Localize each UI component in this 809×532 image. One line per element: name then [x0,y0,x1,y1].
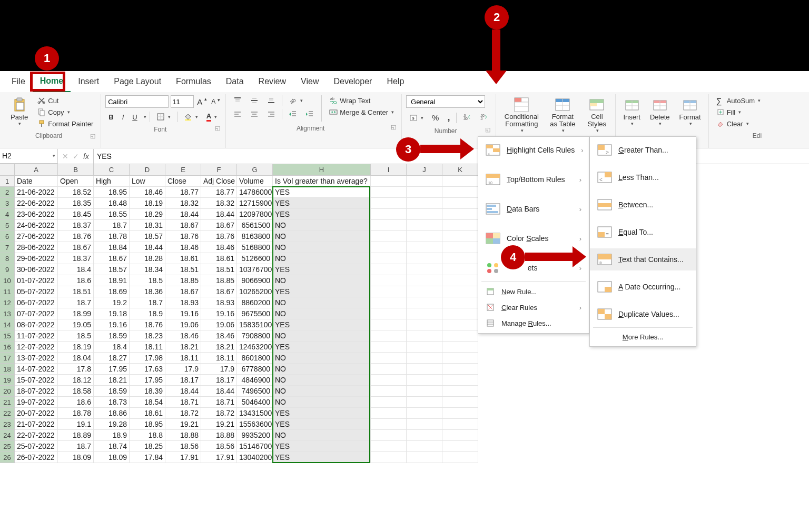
cell[interactable]: 18.67 [165,286,201,297]
cell[interactable] [407,286,442,297]
cell[interactable]: NO [273,364,371,375]
cell[interactable] [442,353,478,364]
cell[interactable] [371,308,407,319]
merge-center-button[interactable]: Merge & Center ▾ [326,107,397,117]
column-header-E[interactable]: E [165,164,201,176]
cell[interactable]: 19.06 [201,319,237,330]
conditional-formatting-button[interactable]: Conditional Formatting▾ [500,95,542,134]
cell[interactable]: Is Vol greater than average? [273,176,371,187]
cell[interactable]: 6778800 [237,364,273,375]
cell[interactable]: Adj Close [201,176,237,187]
cell[interactable]: 18.56 [201,441,237,452]
cell[interactable]: 11-07-2022 [15,330,58,342]
cell[interactable]: 12463200 [237,342,273,353]
cell[interactable] [371,452,407,463]
tab-view[interactable]: View [293,72,326,92]
align-bottom-button[interactable] [264,95,279,106]
cell[interactable]: 18.51 [165,264,201,275]
cell[interactable]: 8601800 [237,353,273,364]
cell[interactable]: 18.11 [165,353,201,364]
select-all-corner[interactable] [0,164,15,176]
cell[interactable]: 12-07-2022 [15,342,58,353]
cell[interactable] [442,430,478,441]
cell[interactable]: 18.17 [201,375,237,386]
column-header-I[interactable]: I [371,164,407,176]
cell[interactable]: 17.9 [201,364,237,375]
cell[interactable] [442,176,478,187]
cell[interactable]: 18.4 [58,264,94,275]
hcr-less-than[interactable]: < Less Than... [590,166,696,188]
row-header-26[interactable]: 26 [0,452,15,463]
cell[interactable]: 9675500 [237,308,273,319]
cell[interactable] [407,452,442,463]
cell[interactable]: YES [273,187,371,198]
tab-insert[interactable]: Insert [71,72,106,92]
fx-icon[interactable]: fx [83,152,89,160]
cell[interactable]: 18.61 [130,408,165,419]
cf-manage-rules[interactable]: Manage Rules... [478,315,589,331]
cell[interactable]: 18.69 [94,286,130,297]
cell[interactable]: NO [273,353,371,364]
cell[interactable]: 18.7 [130,297,165,308]
cell[interactable]: 18.86 [94,408,130,419]
align-middle-button[interactable] [247,95,262,106]
increase-indent-button[interactable] [302,109,317,119]
align-center-button[interactable] [247,109,262,119]
row-header-2[interactable]: 2 [0,187,15,198]
cell[interactable]: 18.61 [201,253,237,264]
cell[interactable]: 18.46 [130,187,165,198]
cell[interactable]: 18.21 [165,342,201,353]
cell[interactable] [442,264,478,275]
cell[interactable]: 4846900 [237,375,273,386]
cell[interactable] [371,198,407,209]
cell[interactable]: 21-07-2022 [15,419,58,430]
cell[interactable]: 18.44 [201,386,237,397]
cell[interactable] [407,408,442,419]
cell[interactable]: 17.98 [130,353,165,364]
row-header-10[interactable]: 10 [0,275,15,286]
cell[interactable]: NO [273,308,371,319]
cell[interactable] [371,209,407,220]
cell[interactable]: 7908800 [237,330,273,342]
cell[interactable] [407,419,442,430]
cell[interactable]: 18.4 [94,342,130,353]
cell-styles-button[interactable]: Cell Styles▾ [583,95,611,134]
cell[interactable]: 18.74 [94,441,130,452]
cell[interactable] [371,231,407,242]
tab-data[interactable]: Data [219,72,251,92]
align-left-button[interactable] [230,109,245,119]
cell[interactable]: 17.63 [130,364,165,375]
cf-highlight-cells-rules[interactable]: ≤ Highlight Cells Rules › [478,139,589,161]
cell[interactable]: 18.04 [58,353,94,364]
cell[interactable]: 15563600 [237,419,273,430]
cell[interactable]: 18.12 [58,375,94,386]
cell[interactable]: NO [273,242,371,253]
row-header-6[interactable]: 6 [0,231,15,242]
cell[interactable]: 18.59 [94,386,130,397]
cell[interactable]: 18.9 [130,308,165,319]
cell[interactable]: 18.55 [94,209,130,220]
cell[interactable]: 18.11 [201,353,237,364]
cell[interactable] [442,419,478,430]
cell[interactable]: 18.51 [201,264,237,275]
cell[interactable]: 18.72 [165,408,201,419]
cell[interactable] [442,242,478,253]
cell[interactable] [371,441,407,452]
cell[interactable]: 18.5 [130,275,165,286]
cell[interactable]: 18.95 [130,419,165,430]
cell[interactable]: 19.16 [201,308,237,319]
cell[interactable]: 18.78 [58,408,94,419]
cell[interactable]: 18.32 [201,198,237,209]
cell[interactable]: 21-06-2022 [15,187,58,198]
cell[interactable]: 18.91 [94,275,130,286]
cell[interactable]: 17.95 [130,375,165,386]
cell[interactable]: 18.25 [130,441,165,452]
row-header-12[interactable]: 12 [0,297,15,308]
cell[interactable]: YES [273,264,371,275]
cell[interactable]: 18.7 [58,297,94,308]
cell[interactable]: 12715900 [237,198,273,209]
cell[interactable]: High [94,176,130,187]
name-box[interactable]: H2 ▾ [0,149,58,164]
cell[interactable] [407,176,442,187]
cell[interactable]: 13431500 [237,408,273,419]
